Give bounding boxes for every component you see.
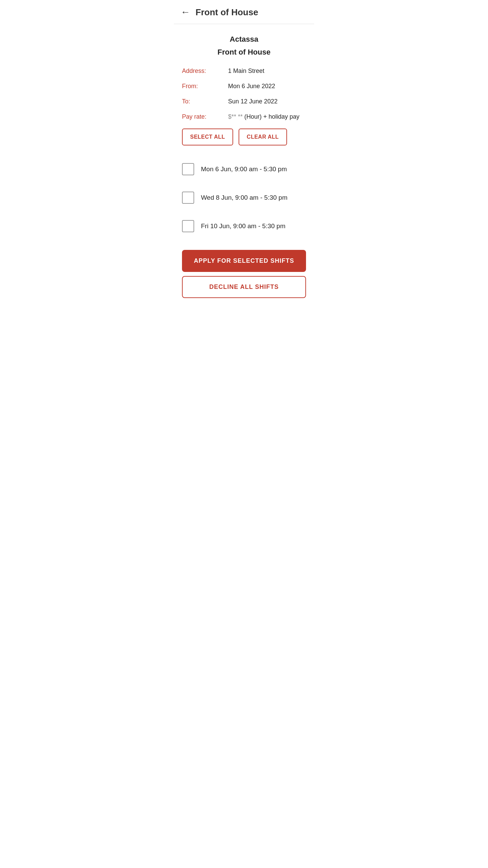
pay-rate-suffix: (Hour) + holiday pay (243, 113, 300, 120)
pay-rate-label: Pay rate: (182, 113, 223, 120)
page-title: Front of House (196, 7, 258, 18)
address-value: 1 Main Street (228, 67, 264, 75)
pay-rate-value: $** ** (Hour) + holiday pay (223, 113, 300, 120)
select-all-button[interactable]: SELECT ALL (182, 129, 233, 145)
apply-shifts-button[interactable]: APPLY FOR SELECTED SHIFTS (182, 250, 306, 272)
decline-shifts-button[interactable]: DECLINE ALL SHIFTS (182, 276, 306, 298)
company-name: Actassa (182, 35, 306, 44)
shift-2-label: Wed 8 Jun, 9:00 am - 5:30 pm (201, 194, 287, 201)
to-value: Sun 12 June 2022 (228, 98, 278, 105)
pay-rate-amount: $** ** (228, 113, 243, 120)
to-label: To: (182, 98, 223, 105)
back-icon: ← (181, 7, 190, 18)
bottom-buttons: APPLY FOR SELECTED SHIFTS DECLINE ALL SH… (182, 247, 306, 298)
to-row: To: Sun 12 June 2022 (182, 98, 306, 105)
clear-all-button[interactable]: CLEAR ALL (239, 129, 287, 145)
shift-item[interactable]: Fri 10 Jun, 9:00 am - 5:30 pm (182, 213, 306, 239)
shift-1-label: Mon 6 Jun, 9:00 am - 5:30 pm (201, 165, 287, 173)
shift-item[interactable]: Wed 8 Jun, 9:00 am - 5:30 pm (182, 185, 306, 211)
address-label: Address: (182, 67, 223, 75)
header: ← Front of House (174, 0, 314, 24)
shifts-list: Mon 6 Jun, 9:00 am - 5:30 pm Wed 8 Jun, … (182, 156, 306, 239)
shift-2-checkbox[interactable] (182, 192, 194, 204)
main-content: Actassa Front of House Address: 1 Main S… (174, 24, 314, 306)
shift-item[interactable]: Mon 6 Jun, 9:00 am - 5:30 pm (182, 156, 306, 182)
address-row: Address: 1 Main Street (182, 67, 306, 75)
back-button[interactable]: ← (181, 7, 190, 18)
shift-3-label: Fri 10 Jun, 9:00 am - 5:30 pm (201, 222, 285, 230)
from-value: Mon 6 June 2022 (228, 83, 275, 90)
action-buttons-row: SELECT ALL CLEAR ALL (182, 129, 306, 145)
from-label: From: (182, 83, 223, 90)
from-row: From: Mon 6 June 2022 (182, 83, 306, 90)
shift-3-checkbox[interactable] (182, 220, 194, 232)
pay-rate-row: Pay rate: $** ** (Hour) + holiday pay (182, 113, 306, 120)
shift-1-checkbox[interactable] (182, 163, 194, 175)
role-name: Front of House (182, 48, 306, 57)
